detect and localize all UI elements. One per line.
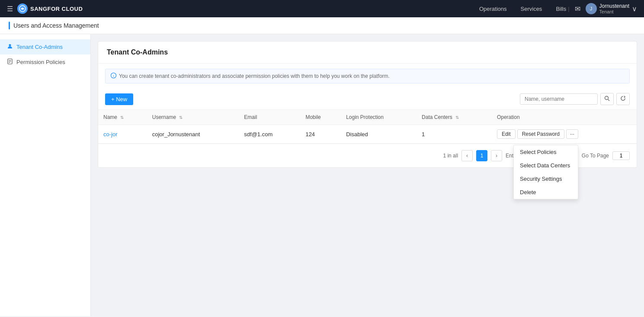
header-accent (9, 22, 10, 29)
dropdown-delete[interactable]: Delete (514, 186, 578, 199)
search-input[interactable] (520, 93, 598, 105)
new-button[interactable]: + New (105, 93, 133, 105)
nav-item-operations[interactable]: Operations (477, 6, 509, 12)
top-navigation: ☰ SANGFOR CLOUD Operations Services Bill… (0, 0, 644, 17)
page-1-button[interactable]: 1 (476, 150, 487, 161)
refresh-button[interactable] (616, 93, 630, 105)
more-button[interactable]: ··· (566, 129, 578, 139)
cell-email: sdf@1.com (239, 125, 300, 144)
sidebar-item-label: Tenant Co-Admins (16, 44, 63, 50)
col-login-protection: Login Protection (341, 110, 417, 125)
col-name: Name ⇅ (98, 110, 147, 125)
main-content: Tenant Co-Admins i You can create tenant… (91, 34, 644, 316)
sidebar-item-permission-policies[interactable]: Permission Policies (0, 54, 90, 70)
nav-item-bills[interactable]: Bills (554, 6, 568, 12)
svg-point-8 (605, 96, 609, 100)
col-mobile: Mobile (300, 110, 341, 125)
nav-item-services[interactable]: Services (519, 6, 544, 12)
dropdown-security-settings[interactable]: Security Settings (514, 172, 578, 186)
user-role: Tenant (599, 9, 629, 14)
operation-buttons: Edit Reset Password ··· Select Policies … (497, 129, 631, 139)
col-username: Username ⇅ (147, 110, 239, 125)
svg-text:i: i (113, 74, 114, 78)
page-header: Users and Access Management (0, 17, 644, 34)
prev-page-button[interactable]: ‹ (461, 150, 473, 161)
user-menu[interactable]: J Jornustenant Tenant ∨ (586, 3, 637, 14)
goto-page-input[interactable] (612, 151, 630, 160)
name-link[interactable]: co-jor (103, 131, 118, 138)
user-name: Jornustenant (599, 3, 629, 9)
reset-password-button[interactable]: Reset Password (517, 129, 564, 139)
menu-icon[interactable]: ☰ (7, 5, 13, 13)
dropdown-select-data-centers[interactable]: Select Data Centers (514, 159, 578, 172)
total-count: 1 in all (443, 153, 458, 159)
table-row: co-jor cojor_Jornustenant sdf@1.com 124 … (98, 125, 637, 144)
search-button[interactable] (600, 93, 614, 105)
col-email: Email (239, 110, 300, 125)
info-icon: i (111, 73, 116, 80)
content-header: Tenant Co-Admins (98, 42, 637, 64)
info-bar: i You can create tenant co-administrator… (105, 69, 630, 83)
dropdown-menu: Select Policies Select Data Centers Secu… (513, 145, 578, 199)
info-text: You can create tenant co-administrators … (119, 73, 390, 79)
person-icon (7, 43, 13, 51)
avatar: J (586, 3, 597, 14)
logo: SANGFOR CLOUD (17, 3, 83, 14)
svg-line-9 (608, 99, 609, 101)
logo-text: SANGFOR CLOUD (30, 6, 83, 12)
col-data-centers: Data Centers ⇅ (417, 110, 492, 125)
toolbar: + New (98, 89, 637, 109)
goto-label: Go To Page (582, 153, 609, 159)
data-table: Name ⇅ Username ⇅ Email Mobile (98, 109, 637, 144)
cell-login-protection: Disabled (341, 125, 417, 144)
sidebar: Tenant Co-Admins Permission Policies (0, 34, 91, 316)
edit-button[interactable]: Edit (497, 129, 516, 139)
next-page-button[interactable]: › (491, 150, 502, 161)
sidebar-item-label: Permission Policies (16, 59, 65, 65)
chevron-down-icon: ∨ (632, 5, 637, 13)
sort-icon[interactable]: ⇅ (179, 115, 183, 120)
col-operation: Operation (492, 110, 637, 125)
dropdown-select-policies[interactable]: Select Policies (514, 145, 578, 159)
content-title: Tenant Co-Admins (107, 48, 168, 56)
cell-data-centers: 1 (417, 125, 492, 144)
content-card: Tenant Co-Admins i You can create tenant… (98, 41, 637, 168)
policy-icon (7, 58, 13, 66)
mail-icon[interactable]: ✉ (575, 5, 580, 13)
sidebar-item-tenant-co-admins[interactable]: Tenant Co-Admins (0, 39, 90, 54)
page-title: Users and Access Management (13, 22, 99, 29)
sort-icon[interactable]: ⇅ (455, 115, 459, 120)
cell-name: co-jor (98, 125, 147, 144)
cell-operation: Edit Reset Password ··· Select Policies … (492, 125, 637, 144)
cell-username: cojor_Jornustenant (147, 125, 239, 144)
svg-point-1 (9, 44, 11, 46)
logo-icon (17, 3, 28, 14)
sort-icon[interactable]: ⇅ (120, 115, 124, 120)
cell-mobile: 124 (300, 125, 341, 144)
